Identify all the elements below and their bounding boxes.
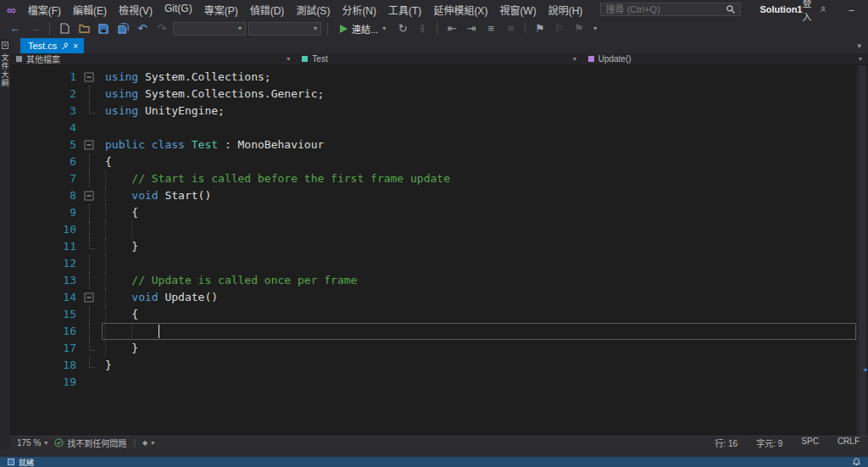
code-text[interactable]: // Update is called once per frame [102, 272, 856, 289]
code-text[interactable] [102, 120, 856, 136]
platform-dropdown[interactable]: ▾ [248, 22, 321, 36]
code-text[interactable]: using System.Collections; [102, 69, 856, 86]
health-filter[interactable]: ◆ ▾ [142, 439, 154, 447]
fold-collapse-icon[interactable] [76, 187, 102, 204]
line-number[interactable]: 2 [10, 86, 76, 103]
menu-item-5[interactable]: 偵錯(D) [244, 3, 291, 17]
code-text[interactable]: { [102, 204, 856, 221]
code-text[interactable]: using UnityEngine; [102, 103, 856, 120]
document-outline-label[interactable]: 文件大綱 [0, 53, 11, 87]
indent-increase-icon[interactable]: ⇥ [463, 20, 480, 36]
menu-item-1[interactable]: 編輯(E) [67, 3, 113, 17]
code-text[interactable]: } [102, 238, 856, 255]
line-number[interactable]: 13 [10, 272, 76, 289]
code-text[interactable] [102, 255, 856, 272]
code-text[interactable] [102, 221, 856, 238]
type-dropdown[interactable]: Test ▾ [296, 54, 581, 64]
active-files-dropdown-icon[interactable]: ▾ [857, 42, 861, 50]
menu-item-11[interactable]: 說明(H) [542, 3, 589, 17]
fold-collapse-icon[interactable] [76, 289, 102, 306]
save-all-icon[interactable] [114, 20, 131, 36]
hot-reload-icon[interactable]: ↻ [394, 20, 411, 36]
break-all-icon[interactable]: ‖ [414, 20, 431, 36]
document-health-indicator[interactable]: 找不到任何問題 [54, 436, 126, 449]
fold-collapse-icon[interactable] [76, 136, 102, 153]
navigate-backward-icon[interactable]: ← [7, 20, 24, 36]
code-text[interactable]: { [102, 306, 856, 323]
bookmark-next-icon[interactable]: ⚑ [570, 20, 587, 36]
member-dropdown[interactable]: Update() ▾ [582, 54, 868, 64]
line-number[interactable]: 15 [10, 306, 76, 323]
line-number[interactable]: 17 [10, 340, 76, 357]
code-text[interactable]: void Start() [102, 187, 856, 204]
undo-icon[interactable]: ↶ [134, 20, 151, 36]
document-outline-strip[interactable]: 文件大綱 [0, 38, 10, 449]
indent-decrease-icon[interactable]: ⇤ [443, 20, 460, 36]
uncomment-selection-icon[interactable]: ≡ [502, 20, 519, 36]
menu-item-9[interactable]: 延伸模組(X) [427, 3, 493, 17]
minimize-button[interactable]: – [838, 0, 864, 19]
code-text[interactable]: public class Test : MonoBehaviour [102, 136, 856, 153]
code-text[interactable]: using System.Collections.Generic; [102, 86, 856, 103]
code-text[interactable]: // Start is called before the first fram… [102, 170, 856, 187]
fold-collapse-icon[interactable] [76, 69, 102, 86]
code-text[interactable]: } [102, 357, 856, 374]
menu-item-8[interactable]: 工具(T) [382, 3, 427, 17]
quick-launch-search[interactable] [600, 3, 741, 16]
line-number[interactable]: 19 [10, 374, 76, 391]
menu-item-6[interactable]: 測試(S) [290, 3, 336, 17]
toolbar-overflow-icon[interactable]: ▾ [593, 25, 597, 32]
line-number[interactable]: 12 [10, 255, 76, 272]
menu-item-7[interactable]: 分析(N) [336, 3, 382, 17]
scrollbar-thumb[interactable] [859, 65, 866, 436]
current-code-text[interactable] [102, 323, 856, 340]
redo-icon[interactable]: ↷ [153, 20, 170, 36]
eol-indicator[interactable]: CRLF [837, 436, 860, 449]
open-file-icon[interactable] [75, 20, 92, 36]
background-tasks-icon[interactable] [8, 459, 14, 465]
pin-icon[interactable] [61, 42, 69, 50]
tab-testcs[interactable]: Test.cs × [20, 38, 84, 53]
comment-selection-icon[interactable]: ≡ [482, 20, 499, 36]
save-icon[interactable] [95, 20, 112, 36]
new-file-icon[interactable] [56, 20, 73, 36]
menu-item-4[interactable]: 專案(P) [198, 3, 244, 17]
code-area[interactable]: 1using System.Collections;2using System.… [10, 65, 856, 436]
configuration-dropdown[interactable]: ▾ [173, 22, 246, 36]
spaces-indicator[interactable]: SPC [801, 436, 819, 449]
bookmark-previous-icon[interactable]: ⚐ [551, 20, 568, 36]
menu-item-10[interactable]: 視窗(W) [493, 3, 542, 17]
signin-label[interactable]: 登入 [802, 0, 815, 23]
code-text[interactable]: } [102, 340, 856, 357]
project-dropdown[interactable]: 其他檔案 ▾ [10, 53, 296, 65]
line-number[interactable]: 14 [10, 289, 76, 306]
code-text[interactable] [102, 374, 856, 391]
line-number[interactable]: 18 [10, 357, 76, 374]
line-number[interactable]: 3 [10, 103, 76, 120]
line-indicator[interactable]: 行: 16 [715, 436, 738, 449]
user-avatar-icon[interactable] [820, 4, 826, 14]
tab-close-icon[interactable]: × [73, 42, 78, 51]
line-number[interactable]: 7 [10, 170, 76, 187]
menu-item-2[interactable]: 檢視(V) [113, 3, 159, 17]
vertical-scrollbar[interactable] [856, 65, 868, 436]
menu-item-3[interactable]: Git(G) [159, 3, 198, 17]
line-number[interactable]: 4 [10, 120, 76, 136]
menu-item-0[interactable]: 檔案(F) [22, 3, 67, 17]
column-indicator[interactable]: 字元: 9 [756, 436, 782, 449]
line-number[interactable]: 11 [10, 238, 76, 255]
line-number[interactable]: 16 [10, 323, 76, 340]
line-number[interactable]: 6 [10, 153, 76, 170]
code-text[interactable]: void Update() [102, 289, 856, 306]
line-number[interactable]: 5 [10, 136, 76, 153]
line-number[interactable]: 1 [10, 69, 76, 86]
line-number[interactable]: 9 [10, 204, 76, 221]
code-editor[interactable]: 1using System.Collections;2using System.… [10, 65, 868, 436]
bookmark-toggle-icon[interactable]: ⚑ [531, 20, 548, 36]
maximize-button[interactable]: □ [864, 0, 868, 19]
search-input[interactable] [605, 4, 726, 14]
line-number[interactable]: 8 [10, 187, 76, 204]
attach-run-button[interactable]: 連結... ▾ [334, 20, 392, 36]
line-number[interactable]: 10 [10, 221, 76, 238]
signin-area[interactable]: 登入 [802, 0, 826, 23]
